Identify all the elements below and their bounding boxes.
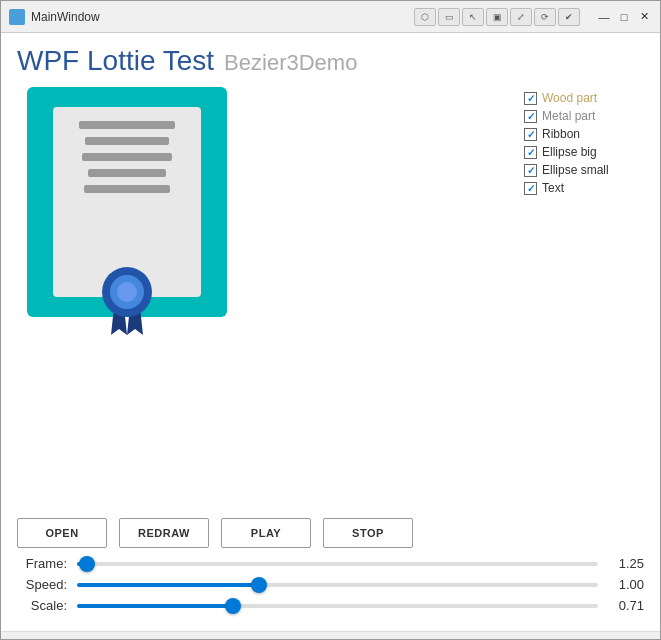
- toolbar-btn-5[interactable]: ⤢: [510, 8, 532, 26]
- app-title-bar: WPF Lottie Test Bezier3Demo: [17, 45, 644, 77]
- status-bar: [1, 631, 660, 639]
- legend-label-wood: Wood part: [542, 91, 597, 105]
- checkbox-metal[interactable]: [524, 110, 537, 123]
- redraw-button[interactable]: REDRAW: [119, 518, 209, 548]
- cert-line-3: [82, 153, 172, 161]
- toolbar-btn-6[interactable]: ⟳: [534, 8, 556, 26]
- title-bar: MainWindow ⬡ ▭ ↖ ▣ ⤢ ⟳ ✔ — □ ✕: [1, 1, 660, 33]
- checkbox-ellipse-small[interactable]: [524, 164, 537, 177]
- cert-paper: [53, 107, 201, 297]
- open-button[interactable]: OPEN: [17, 518, 107, 548]
- scale-slider-thumb[interactable]: [225, 598, 241, 614]
- main-area: Wood part Metal part Ribbon Ellipse big …: [17, 87, 644, 498]
- toolbar-btn-4[interactable]: ▣: [486, 8, 508, 26]
- legend: Wood part Metal part Ribbon Ellipse big …: [524, 87, 644, 498]
- toolbar-btn-3[interactable]: ↖: [462, 8, 484, 26]
- cert-line-4: [88, 169, 166, 177]
- maximize-button[interactable]: □: [616, 9, 632, 25]
- legend-item-ellipse-big: Ellipse big: [524, 145, 644, 159]
- speed-slider-row: Speed: 1.00: [17, 577, 644, 592]
- seal-inner: [110, 275, 144, 309]
- speed-label: Speed:: [17, 577, 67, 592]
- frame-label: Frame:: [17, 556, 67, 571]
- toolbar-btn-1[interactable]: ⬡: [414, 8, 436, 26]
- scale-label: Scale:: [17, 598, 67, 613]
- speed-slider-thumb[interactable]: [251, 577, 267, 593]
- legend-label-ellipse-big: Ellipse big: [542, 145, 597, 159]
- play-button[interactable]: PLAY: [221, 518, 311, 548]
- legend-label-ellipse-small: Ellipse small: [542, 163, 609, 177]
- speed-slider-fill: [77, 583, 259, 587]
- checkbox-ellipse-big[interactable]: [524, 146, 537, 159]
- legend-label-metal: Metal part: [542, 109, 595, 123]
- legend-label-ribbon: Ribbon: [542, 127, 580, 141]
- legend-item-metal: Metal part: [524, 109, 644, 123]
- legend-item-wood: Wood part: [524, 91, 644, 105]
- minimize-button[interactable]: —: [596, 9, 612, 25]
- action-buttons: OPEN REDRAW PLAY STOP: [17, 518, 644, 548]
- cert-background: [27, 87, 227, 317]
- legend-item-ribbon: Ribbon: [524, 127, 644, 141]
- cert-seal: [102, 267, 152, 317]
- certificate-animation: [27, 87, 227, 337]
- window-title: MainWindow: [31, 10, 414, 24]
- canvas-area: [17, 87, 512, 498]
- cert-line-5: [84, 185, 170, 193]
- frame-slider-row: Frame: 1.25: [17, 556, 644, 571]
- frame-slider-thumb[interactable]: [79, 556, 95, 572]
- scale-slider-track[interactable]: [77, 604, 598, 608]
- legend-item-ellipse-small: Ellipse small: [524, 163, 644, 177]
- scale-slider-row: Scale: 0.71: [17, 598, 644, 613]
- speed-slider-track[interactable]: [77, 583, 598, 587]
- seal-outer: [102, 267, 152, 317]
- app-title-sub: Bezier3Demo: [224, 50, 357, 76]
- frame-slider-track[interactable]: [77, 562, 598, 566]
- checkbox-text[interactable]: [524, 182, 537, 195]
- toolbar: ⬡ ▭ ↖ ▣ ⤢ ⟳ ✔: [414, 8, 580, 26]
- checkbox-ribbon[interactable]: [524, 128, 537, 141]
- scale-slider-fill: [77, 604, 233, 608]
- window-controls: — □ ✕: [596, 9, 652, 25]
- app-title-main: WPF Lottie Test: [17, 45, 214, 77]
- frame-value: 1.25: [608, 556, 644, 571]
- speed-value: 1.00: [608, 577, 644, 592]
- stop-button[interactable]: STOP: [323, 518, 413, 548]
- toolbar-btn-2[interactable]: ▭: [438, 8, 460, 26]
- toolbar-btn-7[interactable]: ✔: [558, 8, 580, 26]
- app-icon: [9, 9, 25, 25]
- close-button[interactable]: ✕: [636, 9, 652, 25]
- legend-item-text: Text: [524, 181, 644, 195]
- content-area: WPF Lottie Test Bezier3Demo: [1, 33, 660, 631]
- seal-center: [117, 282, 137, 302]
- scale-value: 0.71: [608, 598, 644, 613]
- cert-line-1: [79, 121, 175, 129]
- legend-label-text: Text: [542, 181, 564, 195]
- main-window: MainWindow ⬡ ▭ ↖ ▣ ⤢ ⟳ ✔ — □ ✕ WPF Lotti…: [0, 0, 661, 640]
- checkbox-wood[interactable]: [524, 92, 537, 105]
- cert-line-2: [85, 137, 169, 145]
